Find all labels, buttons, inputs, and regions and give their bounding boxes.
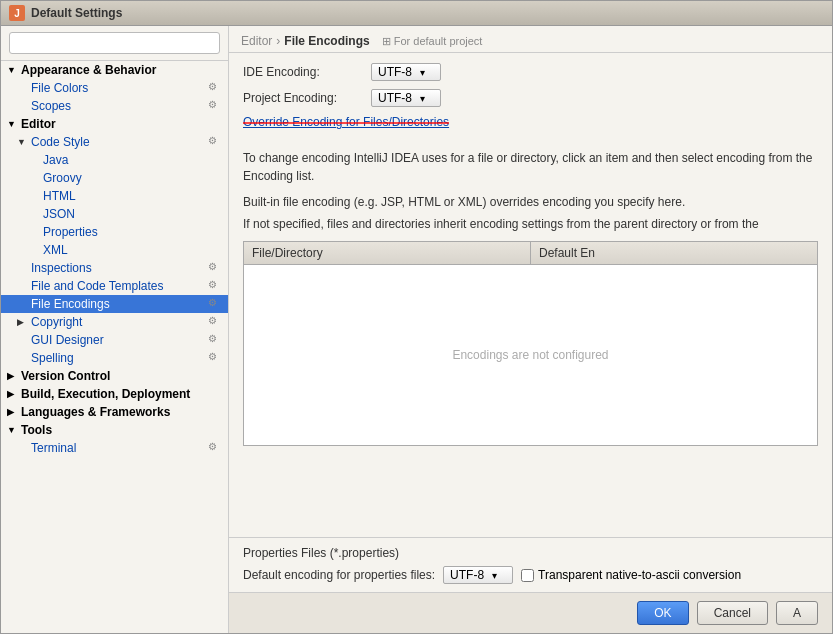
settings-gear-icon-spelling: ⚙ bbox=[208, 351, 222, 365]
sidebar-item-label-terminal: Terminal bbox=[31, 441, 76, 455]
apply-button[interactable]: A bbox=[776, 601, 818, 625]
sidebar-item-label-file-colors: File Colors bbox=[31, 81, 88, 95]
properties-section: Properties Files (*.properties) Default … bbox=[229, 537, 832, 592]
sidebar-item-label-properties: Properties bbox=[43, 225, 98, 239]
project-encoding-label: Project Encoding: bbox=[243, 91, 363, 105]
info-text-3: If not specified, files and directories … bbox=[243, 215, 818, 233]
settings-gear-icon-copyright: ⚙ bbox=[208, 315, 222, 329]
settings-window: J Default Settings ▼Appearance & Behavio… bbox=[0, 0, 833, 634]
sidebar-item-label-languages-frameworks: Languages & Frameworks bbox=[21, 405, 170, 419]
sidebar-item-label-xml: XML bbox=[43, 243, 68, 257]
sidebar-item-tools[interactable]: ▼Tools bbox=[1, 421, 228, 439]
settings-gear-icon-gui-designer: ⚙ bbox=[208, 333, 222, 347]
main-panel: Editor › File Encodings ⊞ For default pr… bbox=[229, 26, 832, 633]
props-encoding-dropdown[interactable]: UTF-8 bbox=[443, 566, 513, 584]
sidebar-item-gui-designer[interactable]: GUI Designer⚙ bbox=[1, 331, 228, 349]
sidebar-item-label-groovy: Groovy bbox=[43, 171, 82, 185]
sidebar-item-build-execution[interactable]: ▶Build, Execution, Deployment bbox=[1, 385, 228, 403]
breadcrumb-note: ⊞ For default project bbox=[382, 35, 483, 48]
native-to-ascii-row: Transparent native-to-ascii conversion bbox=[521, 568, 741, 582]
sidebar-item-label-copyright: Copyright bbox=[31, 315, 82, 329]
sidebar-item-label-editor: Editor bbox=[21, 117, 56, 131]
app-icon: J bbox=[9, 5, 25, 21]
info-text-1: To change encoding IntelliJ IDEA uses fo… bbox=[243, 149, 818, 185]
sidebar-item-spelling[interactable]: Spelling⚙ bbox=[1, 349, 228, 367]
col-file-directory: File/Directory bbox=[244, 242, 531, 264]
info-text-2: Built-in file encoding (e.g. JSP, HTML o… bbox=[243, 193, 818, 211]
settings-gear-icon-file-colors: ⚙ bbox=[208, 81, 222, 95]
settings-gear-icon-file-encodings: ⚙ bbox=[208, 297, 222, 311]
sidebar-item-label-gui-designer: GUI Designer bbox=[31, 333, 104, 347]
search-container bbox=[1, 26, 228, 61]
encodings-content: IDE Encoding: UTF-8 Project Encoding: UT… bbox=[229, 53, 832, 537]
project-encoding-dropdown[interactable]: UTF-8 bbox=[371, 89, 441, 107]
sidebar-item-label-scopes: Scopes bbox=[31, 99, 71, 113]
table-header: File/Directory Default En bbox=[244, 242, 817, 265]
sidebar-item-groovy[interactable]: Groovy bbox=[1, 169, 228, 187]
sidebar-item-label-file-encodings: File Encodings bbox=[31, 297, 110, 311]
sidebar-item-label-build-execution: Build, Execution, Deployment bbox=[21, 387, 190, 401]
settings-sidebar: ▼Appearance & BehaviorFile Colors⚙Scopes… bbox=[1, 26, 229, 633]
native-to-ascii-checkbox[interactable] bbox=[521, 569, 534, 582]
sidebar-item-json[interactable]: JSON bbox=[1, 205, 228, 223]
sidebar-item-file-encodings[interactable]: File Encodings⚙ bbox=[1, 295, 228, 313]
window-title: Default Settings bbox=[31, 6, 122, 20]
sidebar-item-file-code-templates[interactable]: File and Code Templates⚙ bbox=[1, 277, 228, 295]
cancel-button[interactable]: Cancel bbox=[697, 601, 768, 625]
breadcrumb-parent: Editor bbox=[241, 34, 272, 48]
settings-gear-icon-terminal: ⚙ bbox=[208, 441, 222, 455]
sidebar-item-appearance[interactable]: ▼Appearance & Behavior bbox=[1, 61, 228, 79]
project-encoding-row: Project Encoding: UTF-8 bbox=[243, 89, 818, 107]
sidebar-item-label-spelling: Spelling bbox=[31, 351, 74, 365]
settings-gear-icon-file-code-templates: ⚙ bbox=[208, 279, 222, 293]
override-encoding-link[interactable]: Override Encoding for Files/Directories bbox=[243, 115, 449, 129]
ide-encoding-label: IDE Encoding: bbox=[243, 65, 363, 79]
props-encoding-label: Default encoding for properties files: bbox=[243, 568, 435, 582]
encodings-table: File/Directory Default En Encodings are … bbox=[243, 241, 818, 446]
properties-title: Properties Files (*.properties) bbox=[243, 546, 818, 560]
settings-gear-icon-inspections: ⚙ bbox=[208, 261, 222, 275]
main-header: Editor › File Encodings ⊞ For default pr… bbox=[229, 26, 832, 53]
sidebar-item-copyright[interactable]: ▶Copyright⚙ bbox=[1, 313, 228, 331]
sidebar-item-label-java: Java bbox=[43, 153, 68, 167]
settings-gear-icon-code-style: ⚙ bbox=[208, 135, 222, 149]
native-to-ascii-label: Transparent native-to-ascii conversion bbox=[538, 568, 741, 582]
sidebar-item-label-appearance: Appearance & Behavior bbox=[21, 63, 156, 77]
table-empty-message: Encodings are not configured bbox=[244, 265, 817, 445]
settings-tree: ▼Appearance & BehaviorFile Colors⚙Scopes… bbox=[1, 61, 228, 457]
sidebar-item-scopes[interactable]: Scopes⚙ bbox=[1, 97, 228, 115]
sidebar-item-label-html: HTML bbox=[43, 189, 76, 203]
sidebar-item-label-file-code-templates: File and Code Templates bbox=[31, 279, 164, 293]
breadcrumb-separator: › bbox=[276, 34, 280, 48]
sidebar-item-html[interactable]: HTML bbox=[1, 187, 228, 205]
sidebar-item-inspections[interactable]: Inspections⚙ bbox=[1, 259, 228, 277]
sidebar-item-terminal[interactable]: Terminal⚙ bbox=[1, 439, 228, 457]
sidebar-item-code-style[interactable]: ▼Code Style⚙ bbox=[1, 133, 228, 151]
title-bar: J Default Settings bbox=[1, 1, 832, 26]
ok-button[interactable]: OK bbox=[637, 601, 688, 625]
sidebar-item-java[interactable]: Java bbox=[1, 151, 228, 169]
sidebar-item-version-control[interactable]: ▶Version Control bbox=[1, 367, 228, 385]
sidebar-item-label-code-style: Code Style bbox=[31, 135, 90, 149]
search-input[interactable] bbox=[9, 32, 220, 54]
sidebar-item-editor[interactable]: ▼Editor bbox=[1, 115, 228, 133]
sidebar-item-languages-frameworks[interactable]: ▶Languages & Frameworks bbox=[1, 403, 228, 421]
sidebar-item-file-colors[interactable]: File Colors⚙ bbox=[1, 79, 228, 97]
col-default-encoding: Default En bbox=[531, 242, 817, 264]
sidebar-item-properties[interactable]: Properties bbox=[1, 223, 228, 241]
sidebar-item-label-version-control: Version Control bbox=[21, 369, 110, 383]
ide-encoding-dropdown[interactable]: UTF-8 bbox=[371, 63, 441, 81]
sidebar-item-label-inspections: Inspections bbox=[31, 261, 92, 275]
settings-gear-icon-scopes: ⚙ bbox=[208, 99, 222, 113]
sidebar-item-label-json: JSON bbox=[43, 207, 75, 221]
ide-encoding-row: IDE Encoding: UTF-8 bbox=[243, 63, 818, 81]
sidebar-item-label-tools: Tools bbox=[21, 423, 52, 437]
footer: OK Cancel A bbox=[229, 592, 832, 633]
props-encoding-row: Default encoding for properties files: U… bbox=[243, 566, 818, 584]
breadcrumb-current: File Encodings bbox=[284, 34, 369, 48]
sidebar-item-xml[interactable]: XML bbox=[1, 241, 228, 259]
